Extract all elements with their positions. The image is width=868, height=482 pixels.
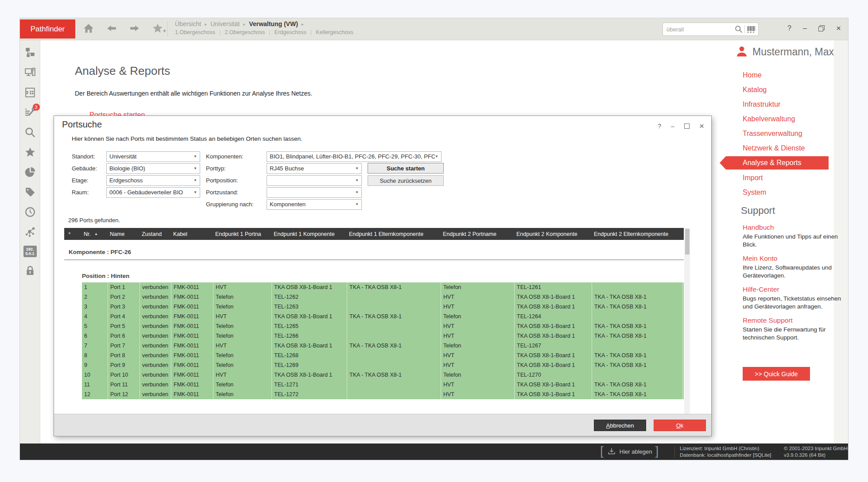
select-standort[interactable]: Universität▼ xyxy=(106,151,200,162)
select-portzustand[interactable]: ▼ xyxy=(267,187,362,198)
select-komponenten[interactable]: BIO1, Blindpanel, Lüfter-BIO-B1, PFC-26,… xyxy=(267,151,442,162)
column-header-endpunkt-2-portname[interactable]: Endpunkt 2 Portname xyxy=(441,231,515,237)
support-link-remote-support[interactable]: Remote Support xyxy=(743,316,846,324)
floor-tab-kellergeschoss[interactable]: Kellergeschoss xyxy=(316,29,353,35)
topology-icon[interactable] xyxy=(23,46,37,59)
menu-item-analyse-reports[interactable]: Analyse & Reports xyxy=(726,156,829,170)
menu-item-kabelverwaltung[interactable]: Kabelverwaltung xyxy=(726,112,829,126)
dialog-help-button[interactable]: ? xyxy=(658,123,661,130)
table-row[interactable]: 2Port 2verbundenFMK-0011TelefonTEL-1262H… xyxy=(82,292,684,302)
cell: TKA OSB X8-1-Board 1 xyxy=(515,292,592,302)
back-icon[interactable] xyxy=(105,22,118,35)
tools-tasks-icon[interactable]: 3 xyxy=(23,106,37,119)
support-link-mein-konto[interactable]: Mein Konto xyxy=(743,254,846,262)
menu-item-trassenverwaltung[interactable]: Trassenverwaltung xyxy=(726,126,829,141)
cell: TEL-1267 xyxy=(515,341,592,351)
table-row[interactable]: 12Port 12verbundenFMK-0011TelefonTEL-127… xyxy=(82,389,684,399)
dialog-maximize-button[interactable] xyxy=(684,123,690,129)
workstation-icon[interactable] xyxy=(23,66,37,79)
cell: verbunden xyxy=(140,370,171,380)
global-search[interactable] xyxy=(663,23,759,36)
floor-tab-erdgeschoss[interactable]: Erdgeschoss xyxy=(275,29,306,35)
cell: TKA - TKA OSB X8-1 xyxy=(592,351,683,360)
close-button[interactable]: × xyxy=(836,24,841,32)
ip-address-icon[interactable]: 192.0.0.1 xyxy=(23,246,37,257)
search-icon[interactable] xyxy=(23,126,37,139)
ok-button[interactable]: Ok xyxy=(654,420,706,431)
suche-zuruecksetzen-button[interactable]: Suche zurücksetzen xyxy=(368,175,444,186)
table-row[interactable]: 11Port 11verbundenFMK-0011TelefonTEL-127… xyxy=(82,380,684,389)
search-icon[interactable] xyxy=(734,25,743,34)
floorplan-icon[interactable] xyxy=(23,86,37,99)
table-row[interactable]: 9Port 9verbundenFMK-0011TelefonTEL-1269H… xyxy=(82,360,684,370)
table-row[interactable]: 6Port 6verbundenFMK-0011TelefonTEL-1266H… xyxy=(82,331,684,341)
column-header-endpunkt-1-komponente[interactable]: Endpunkt 1 Komponente xyxy=(272,231,347,237)
result-count: 296 Ports gefunden. xyxy=(68,217,120,224)
column-header-endpunkt-1-elternkomponente[interactable]: Endpunkt 1 Elternkomponente xyxy=(347,231,441,237)
cell: TKA OSB X8-1-Board 1 xyxy=(515,321,592,331)
column-header-zustand[interactable]: Zustand xyxy=(140,231,171,237)
barcode-scan-icon[interactable] xyxy=(747,26,756,33)
forward-icon[interactable] xyxy=(128,22,141,35)
floor-tab-1-obergeschoss[interactable]: 1.Obergeschoss xyxy=(175,29,215,35)
divider xyxy=(744,25,745,33)
column-header-nr[interactable]: Nr.▲ xyxy=(82,231,108,237)
dialog-minimize-button[interactable]: – xyxy=(671,123,674,130)
table-row[interactable]: 10Port 10verbundenFMK-0011HVTTKA OSB X8-… xyxy=(82,370,684,380)
table-scrollbar[interactable] xyxy=(684,228,690,416)
floor-tab-2-obergeschoss[interactable]: 2.Obergeschoss xyxy=(225,29,265,35)
column-header-name[interactable]: Name xyxy=(108,231,140,237)
lock-icon[interactable] xyxy=(23,265,37,277)
home-icon[interactable] xyxy=(82,22,95,35)
select-gruppierung-nach[interactable]: Komponenten▼ xyxy=(267,199,362,210)
abbrechen-button[interactable]: Abbrechen xyxy=(594,420,646,431)
select-portposition[interactable]: ▼ xyxy=(267,175,362,186)
cell: TEL-1264 xyxy=(515,312,592,321)
table-row[interactable]: 4Port 4verbundenFMK-0011HVTTKA OSB X8-1-… xyxy=(82,312,684,321)
history-clock-icon[interactable] xyxy=(23,206,37,218)
menu-item-infrastruktur[interactable]: Infrastruktur xyxy=(726,97,829,112)
menu-item-netzwerk-dienste[interactable]: Netzwerk & Dienste xyxy=(726,141,829,155)
help-button[interactable]: ? xyxy=(787,25,791,32)
table-row[interactable]: 1Port 1verbundenFMK-0011HVTTKA OSB X8-1-… xyxy=(82,282,684,292)
scrollbar-thumb[interactable] xyxy=(685,229,690,254)
breadcrumb-item-universit-t[interactable]: Universität xyxy=(210,20,240,27)
support-link-handbuch[interactable]: Handbuch xyxy=(743,224,846,231)
pin-icon[interactable]: * xyxy=(64,230,82,238)
breadcrumb-item-verwaltung-vw[interactable]: Verwaltung (VW) xyxy=(249,20,298,27)
table-row[interactable]: 7Port 7verbundenFMK-0011HVTTKA OSB X8-1-… xyxy=(82,341,684,351)
select-geb-ude[interactable]: Biologie (BIO)▼ xyxy=(106,163,200,174)
select-porttyp[interactable]: RJ45 Buchse▼ xyxy=(267,163,362,174)
favorite-add-icon[interactable]: + xyxy=(151,22,164,35)
menu-item-import[interactable]: Import xyxy=(726,170,829,185)
search-input[interactable] xyxy=(663,26,734,33)
restore-button[interactable] xyxy=(818,25,825,31)
table-row[interactable]: 8Port 8verbundenFMK-0011TelefonTEL-1268H… xyxy=(82,351,684,360)
dialog-close-button[interactable]: × xyxy=(699,121,704,131)
network-nodes-icon[interactable] xyxy=(23,226,37,238)
menu-item-katalog[interactable]: Katalog xyxy=(726,82,829,97)
minimize-button[interactable]: – xyxy=(803,25,807,32)
column-header-endpunkt-1-portna[interactable]: Endpunkt 1 Portna xyxy=(213,231,272,237)
select-raum[interactable]: 0006 - Gebäudeverteiler BIO▼ xyxy=(106,187,200,198)
cell: 4 xyxy=(82,312,108,321)
menu-item-home[interactable]: Home xyxy=(726,68,829,82)
favorites-star-icon[interactable] xyxy=(23,146,37,158)
user-account[interactable]: Mustermann, Max xyxy=(736,46,834,58)
drop-target[interactable]: [ Hier ablegen ] xyxy=(600,443,659,460)
select-etage[interactable]: Erdgeschoss▼ xyxy=(106,175,200,186)
quick-guide-button[interactable]: >> Quick Guide xyxy=(743,367,810,381)
chevron-down-icon: ▼ xyxy=(355,202,361,206)
tag-icon[interactable] xyxy=(23,186,37,198)
table-row[interactable]: 5Port 5verbundenFMK-0011TelefonTEL-1265H… xyxy=(82,321,684,331)
breadcrumb-item-bersicht[interactable]: Übersicht xyxy=(175,20,201,27)
column-header-endpunkt-2-elternkomponente[interactable]: Endpunkt 2 Elternkomponente xyxy=(592,231,683,237)
menu-item-system[interactable]: System xyxy=(726,185,829,200)
support-link-hilfe-center[interactable]: Hilfe-Center xyxy=(743,285,846,293)
table-row[interactable]: 3Port 3verbundenFMK-0011TelefonTEL-1263H… xyxy=(82,302,684,312)
column-header-endpunkt-2-komponente[interactable]: Endpunkt 2 Komponente xyxy=(515,231,592,237)
suche-starten-button[interactable]: Suche starten xyxy=(368,163,444,174)
pie-chart-icon[interactable] xyxy=(23,166,37,178)
cell: TKA - TKA OSB X8-1 xyxy=(347,312,441,321)
column-header-kabel[interactable]: Kabel xyxy=(171,231,213,237)
